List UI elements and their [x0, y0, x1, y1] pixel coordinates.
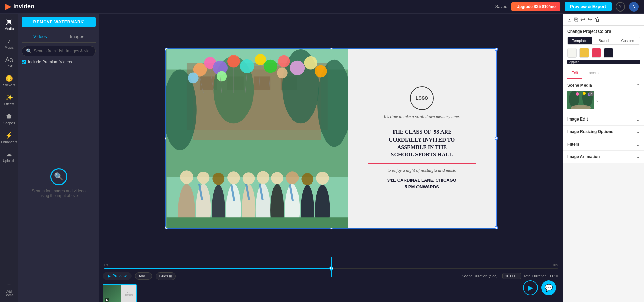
grids-button[interactable]: Grids ⊞	[156, 272, 176, 280]
sidebar-item-label: Stickers	[3, 83, 15, 87]
svg-point-42	[242, 172, 255, 185]
logo-circle: LOGO	[410, 86, 434, 110]
sidebar-item-uploads[interactable]: ☁ Uploads	[1, 148, 17, 166]
image-animation-title: Image Animation	[567, 154, 600, 159]
tab-edit[interactable]: Edit	[567, 68, 582, 79]
enhancers-icon: ⚡	[5, 132, 13, 139]
scene-media-chevron[interactable]: ⌃	[636, 83, 640, 88]
svg-point-52	[316, 172, 329, 185]
timeline-area: 0s 5s 10s ▶ Preview Add + Grids ⊞	[99, 263, 563, 302]
swatch-dark[interactable]	[604, 48, 613, 58]
preview-label: Preview	[112, 274, 127, 278]
swatch-pink[interactable]	[592, 48, 601, 58]
svg-point-15	[227, 55, 240, 67]
scenes-row: textcontent 1	[103, 283, 559, 302]
filters-accordion[interactable]: Filters ⌄	[563, 138, 644, 151]
color-tab-custom[interactable]: Custom	[616, 37, 640, 44]
copy-icon-btn[interactable]: ⎘	[574, 16, 578, 23]
svg-point-19	[278, 55, 290, 67]
delete-icon-btn[interactable]: 🗑	[595, 16, 600, 23]
sidebar-item-enhancers[interactable]: ⚡ Enhancers	[1, 129, 17, 147]
handle-middle-right[interactable]	[495, 137, 498, 140]
image-resizing-chevron[interactable]: ⌄	[636, 129, 640, 134]
color-tab-template[interactable]: Template	[568, 37, 592, 44]
svg-point-38	[212, 173, 224, 185]
right-panel: ⊡ ⎘ ↩ ↪ 🗑 Change Project Colors Template…	[563, 14, 644, 302]
timeline-thumb[interactable]	[329, 266, 333, 271]
media-thumb-close[interactable]: ✕	[589, 91, 594, 96]
timeline-scrubber: 0s 5s 10s	[104, 263, 558, 269]
scene-media-section: Scene Media ⌃ ✕ ‹	[563, 79, 644, 113]
header: ▶ invideo Saved Upgrade $25 $10/mo Previ…	[0, 0, 644, 14]
sidebar-item-music[interactable]: ♪ Music	[1, 35, 17, 52]
sidebar-item-effects[interactable]: ✨ Effects	[1, 91, 17, 109]
add-scene-icon: +	[7, 282, 11, 289]
media-thumb-1[interactable]: ✕	[567, 91, 594, 109]
logo-icon: ▶	[5, 2, 11, 11]
media-tab-row: Videos Images	[22, 31, 96, 43]
floating-play-button[interactable]: ▶	[523, 280, 538, 295]
slide-canvas[interactable]: LOGO It's time to take a stroll down mem…	[166, 49, 497, 228]
total-duration-value: 00:10	[550, 274, 559, 278]
redo-icon-btn[interactable]: ↪	[588, 16, 592, 23]
image-animation-accordion[interactable]: Image Animation ⌄	[563, 151, 644, 163]
media-scroll-button[interactable]: ‹	[596, 98, 598, 103]
scene-media-title: Scene Media	[567, 83, 592, 88]
svg-point-36	[197, 172, 209, 184]
filters-chevron[interactable]: ⌄	[636, 142, 640, 147]
search-input[interactable]	[34, 49, 91, 53]
scene-thumb-1[interactable]: textcontent 1	[103, 284, 137, 302]
tab-layers[interactable]: Layers	[582, 68, 603, 79]
sidebar-item-stickers[interactable]: 😊 Stickers	[1, 72, 17, 90]
image-edit-title: Image Edit	[567, 117, 588, 122]
timeline-track[interactable]	[104, 268, 558, 269]
divider-bottom	[368, 163, 476, 164]
floating-buttons: ▶ 💬	[523, 280, 556, 295]
avatar-button[interactable]: N	[629, 2, 639, 12]
add-button[interactable]: Add +	[135, 272, 152, 280]
help-button[interactable]: ?	[616, 2, 625, 12]
image-animation-chevron[interactable]: ⌄	[636, 154, 640, 159]
media-icon: 🖼	[6, 19, 12, 26]
color-swatches	[567, 48, 640, 58]
image-edit-accordion[interactable]: Image Edit ⌄	[563, 113, 644, 126]
handle-bottom-right[interactable]	[495, 226, 498, 229]
text-icon: Aa	[5, 56, 13, 63]
svg-point-24	[217, 71, 227, 81]
image-edit-chevron[interactable]: ⌄	[636, 116, 640, 122]
add-scene-button[interactable]: + Add Scene	[1, 279, 17, 299]
panel-icons: ⊡ ⎘ ↩ ↪ 🗑	[567, 16, 600, 23]
image-resizing-accordion[interactable]: Image Resizing Options ⌄	[563, 126, 644, 138]
tab-videos[interactable]: Videos	[22, 31, 59, 42]
search-box[interactable]: 🔍	[22, 46, 96, 56]
sidebar-item-label: Text	[6, 64, 12, 68]
handle-top-right[interactable]	[495, 48, 498, 51]
address-line2: 5 PM Onwards	[405, 184, 439, 189]
duration-info: Scene Duration (Sec) : Total Duration: 0…	[462, 273, 559, 279]
tab-images[interactable]: Images	[59, 31, 96, 42]
svg-rect-6	[254, 76, 270, 90]
color-section: Change Project Colors Template Brand Cus…	[563, 26, 644, 68]
undo-icon-btn[interactable]: ↩	[580, 16, 585, 23]
header-right: Saved Upgrade $25 $10/mo Preview & Expor…	[495, 2, 639, 12]
color-tab-brand[interactable]: Brand	[592, 37, 616, 44]
swatch-light[interactable]	[567, 48, 577, 58]
address-text: 341, Cardinal Lane, Chicago 5 PM Onwards	[387, 177, 456, 190]
sidebar-item-text[interactable]: Aa Text	[1, 53, 17, 71]
layers-icon-btn[interactable]: ⊡	[567, 16, 572, 23]
sidebar-item-label: Uploads	[3, 159, 16, 163]
upgrade-button[interactable]: Upgrade $25 $10/mo	[511, 2, 560, 11]
sidebar-item-media[interactable]: 🖼 Media	[1, 16, 17, 34]
floating-chat-button[interactable]: 💬	[541, 280, 556, 295]
duration-input[interactable]	[502, 273, 521, 279]
slide-photo-area	[166, 49, 348, 228]
remove-watermark-button[interactable]: REMOVE WATERMARK	[22, 17, 96, 27]
logo: ▶ invideo	[5, 2, 34, 11]
search-placeholder: 🔍 Search for images and videosusing the …	[22, 68, 96, 299]
sidebar-item-shapes[interactable]: ⬟ Shapes	[1, 110, 17, 128]
premium-checkbox[interactable]	[22, 60, 26, 64]
right-panel-header: ⊡ ⎘ ↩ ↪ 🗑	[563, 14, 644, 26]
export-button[interactable]: Preview & Export	[565, 2, 612, 11]
preview-button[interactable]: ▶ Preview	[103, 272, 132, 280]
swatch-yellow[interactable]	[579, 48, 589, 58]
